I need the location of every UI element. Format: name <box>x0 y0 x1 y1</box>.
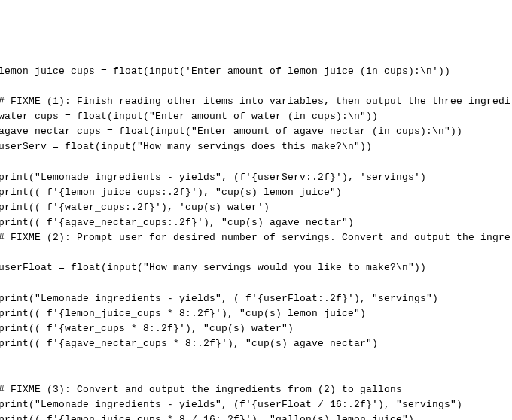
code-line: print(( f'{water_cups:.2f}'), 'cup(s) wa… <box>0 200 512 215</box>
code-line: print(( f'{lemon_juice_cups * 8:.2f}'), … <box>0 306 512 321</box>
code-line: print(( f'{agave_nectar_cups * 8:.2f}'),… <box>0 336 512 352</box>
code-line: userServ = float(input("How many serving… <box>0 139 512 154</box>
code-line: print(( f'{water_cups * 8:.2f}'), "cup(s… <box>0 321 512 336</box>
code-line <box>0 79 512 94</box>
code-line: # FIXME (3): Convert and output the ingr… <box>0 382 512 397</box>
code-line: print(( f'{lemon_juice_cups * 8 / 16:.2f… <box>0 412 512 420</box>
code-line <box>0 352 512 367</box>
code-line: # FIXME (2): Prompt user for desired num… <box>0 230 512 245</box>
code-line: userFloat = float(input("How many servin… <box>0 260 512 275</box>
code-line <box>0 276 512 291</box>
code-line: lemon_juice_cups = float(input('Enter am… <box>0 64 512 79</box>
code-line: print("Lemonade ingredients - yields", (… <box>0 170 512 185</box>
code-line: # FIXME (1): Finish reading other items … <box>0 94 512 109</box>
code-line <box>0 367 512 382</box>
code-line <box>0 154 512 169</box>
code-block: lemon_juice_cups = float(input('Enter am… <box>0 64 512 420</box>
code-line: agave_nectar_cups = float(input("Enter a… <box>0 124 512 139</box>
code-line: print(( f'{lemon_juice_cups:.2f}'), "cup… <box>0 185 512 200</box>
code-line: water_cups = float(input("Enter amount o… <box>0 109 512 124</box>
code-line <box>0 245 512 260</box>
code-line: print("Lemonade ingredients - yields", (… <box>0 291 512 306</box>
code-line: print("Lemonade ingredients - yields", (… <box>0 397 512 412</box>
code-line: print(( f'{agave_nectar_cups:.2f}'), "cu… <box>0 215 512 230</box>
